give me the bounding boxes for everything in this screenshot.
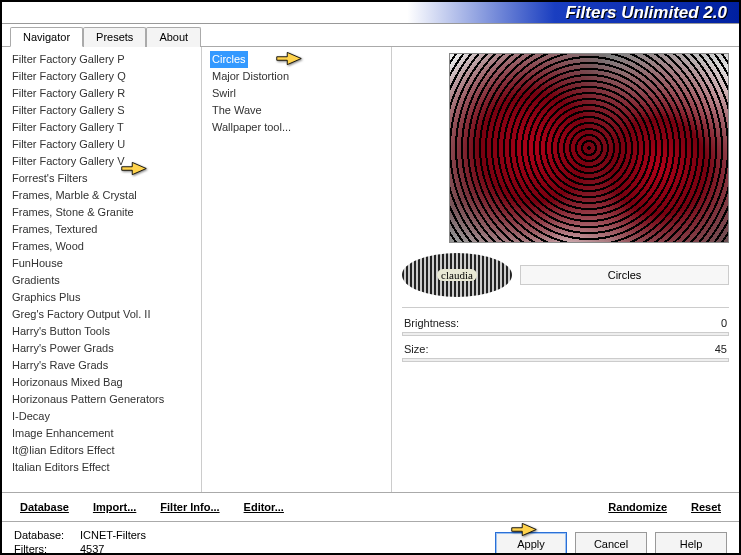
filters-count-label: Filters:: [14, 542, 74, 555]
param-label: Brightness:: [404, 317, 459, 329]
param-label: Size:: [404, 343, 428, 355]
category-item[interactable]: Frames, Stone & Granite: [10, 204, 201, 221]
category-item[interactable]: Graphics Plus: [10, 289, 201, 306]
import-button[interactable]: Import...: [93, 501, 136, 513]
category-item[interactable]: Harry's Power Grads: [10, 340, 201, 357]
category-item[interactable]: Horizonaus Mixed Bag: [10, 374, 201, 391]
tab-navigator[interactable]: Navigator: [10, 27, 83, 47]
category-item[interactable]: Frames, Wood: [10, 238, 201, 255]
category-item[interactable]: Forrest's Filters: [10, 170, 201, 187]
category-item[interactable]: Filter Factory Gallery Q: [10, 68, 201, 85]
param-slider[interactable]: [402, 358, 729, 362]
filters-count-value: 4537: [80, 542, 104, 555]
category-item[interactable]: Filter Factory Gallery T: [10, 119, 201, 136]
category-list[interactable]: Filter Factory Gallery PFilter Factory G…: [2, 47, 202, 492]
right-panel: claudia Circles Brightness:0Size:45: [392, 47, 739, 492]
filter-item[interactable]: Major Distortion: [210, 68, 391, 85]
category-item[interactable]: Filter Factory Gallery S: [10, 102, 201, 119]
filter-item[interactable]: Swirl: [210, 85, 391, 102]
param-slider[interactable]: [402, 332, 729, 336]
filter-item[interactable]: Wallpaper tool...: [210, 119, 391, 136]
app-title: Filters Unlimited 2.0: [565, 3, 727, 23]
apply-button[interactable]: Apply: [495, 532, 567, 555]
filter-info-button[interactable]: Filter Info...: [160, 501, 219, 513]
category-item[interactable]: Greg's Factory Output Vol. II: [10, 306, 201, 323]
tab-presets[interactable]: Presets: [83, 27, 146, 47]
toolbar: Database Import... Filter Info... Editor…: [2, 492, 739, 521]
watermark-badge: claudia: [402, 253, 512, 297]
editor-button[interactable]: Editor...: [244, 501, 284, 513]
category-item[interactable]: Frames, Textured: [10, 221, 201, 238]
category-item[interactable]: Filter Factory Gallery P: [10, 51, 201, 68]
help-button[interactable]: Help: [655, 532, 727, 555]
tab-bar: Navigator Presets About: [2, 26, 739, 47]
category-item[interactable]: Image Enhancement: [10, 425, 201, 442]
param-row: Size:45: [402, 342, 729, 356]
category-item[interactable]: Horizonaus Pattern Generators: [10, 391, 201, 408]
filter-item[interactable]: The Wave: [210, 102, 391, 119]
category-item[interactable]: It@lian Editors Effect: [10, 442, 201, 459]
filter-item[interactable]: Circles: [210, 51, 248, 68]
reset-button[interactable]: Reset: [691, 501, 721, 513]
param-value: 45: [715, 343, 727, 355]
current-filter-name: Circles: [520, 265, 729, 285]
category-item[interactable]: Filter Factory Gallery V: [10, 153, 201, 170]
cancel-button[interactable]: Cancel: [575, 532, 647, 555]
filter-list[interactable]: CirclesMajor DistortionSwirlThe WaveWall…: [202, 47, 392, 492]
category-item[interactable]: Italian Editors Effect: [10, 459, 201, 476]
watermark-text: claudia: [437, 269, 477, 281]
category-item[interactable]: Harry's Rave Grads: [10, 357, 201, 374]
category-item[interactable]: Frames, Marble & Crystal: [10, 187, 201, 204]
category-item[interactable]: Gradients: [10, 272, 201, 289]
database-button[interactable]: Database: [20, 501, 69, 513]
param-value: 0: [721, 317, 727, 329]
category-item[interactable]: I-Decay: [10, 408, 201, 425]
tab-about[interactable]: About: [146, 27, 201, 47]
footer: Database: ICNET-Filters Filters: 4537 Ap…: [2, 521, 739, 555]
category-item[interactable]: FunHouse: [10, 255, 201, 272]
main-area: Filter Factory Gallery PFilter Factory G…: [2, 47, 739, 492]
param-row: Brightness:0: [402, 316, 729, 330]
category-item[interactable]: Filter Factory Gallery U: [10, 136, 201, 153]
parameters-panel: Brightness:0Size:45: [402, 307, 729, 368]
category-item[interactable]: Harry's Button Tools: [10, 323, 201, 340]
category-item[interactable]: Filter Factory Gallery R: [10, 85, 201, 102]
preview-image: [449, 53, 729, 243]
db-value: ICNET-Filters: [80, 528, 146, 542]
footer-info: Database: ICNET-Filters Filters: 4537: [14, 528, 487, 555]
randomize-button[interactable]: Randomize: [608, 501, 667, 513]
title-bar: Filters Unlimited 2.0: [2, 2, 739, 24]
db-label: Database:: [14, 528, 74, 542]
